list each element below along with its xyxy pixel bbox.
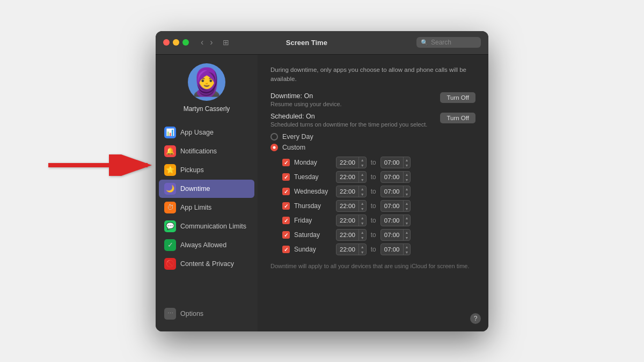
search-icon: 🔍 — [421, 39, 428, 46]
downtime-sublabel: Resume using your device. — [270, 101, 342, 107]
sidebar: 🧕 Martyn Casserly 📊 App Usage 🔔 Notifica… — [156, 55, 258, 331]
saturday-start-up[interactable]: ▲ — [359, 230, 366, 235]
sidebar-item-notifications[interactable]: 🔔 Notifications — [159, 142, 254, 160]
wednesday-start-input[interactable]: 22:00 ▲ ▼ — [336, 186, 367, 197]
thursday-end-input[interactable]: 07:00 ▲ ▼ — [380, 200, 411, 212]
friday-start-value: 22:00 — [336, 217, 358, 224]
friday-end-input[interactable]: 07:00 ▲ ▼ — [380, 215, 411, 226]
saturday-end-up[interactable]: ▲ — [404, 230, 411, 235]
sunday-start-input[interactable]: 22:00 ▲ ▼ — [336, 243, 367, 255]
saturday-checkbox[interactable] — [282, 231, 290, 239]
wednesday-start-up[interactable]: ▲ — [359, 186, 366, 191]
sidebar-options: ⋯ Options — [156, 305, 258, 323]
tuesday-end-input[interactable]: 07:00 ▲ ▼ — [380, 171, 411, 183]
sunday-start-arrows: ▲ ▼ — [358, 244, 366, 255]
scheduled-turn-off-button[interactable]: Turn Off — [440, 113, 475, 123]
wednesday-checkbox[interactable] — [282, 188, 290, 195]
minimize-button[interactable] — [173, 39, 179, 46]
friday-end-arrows: ▲ ▼ — [403, 215, 411, 226]
search-input[interactable] — [431, 39, 479, 46]
avatar-emoji: 🧕 — [190, 69, 223, 95]
friday-start-arrows: ▲ ▼ — [358, 215, 366, 226]
monday-end-down[interactable]: ▼ — [404, 162, 411, 168]
tuesday-start-down[interactable]: ▼ — [359, 177, 366, 182]
tuesday-start-input[interactable]: 22:00 ▲ ▼ — [336, 171, 367, 183]
sidebar-item-communication-limits[interactable]: 💬 Communication Limits — [159, 217, 254, 235]
always-allowed-icon: ✓ — [164, 239, 176, 251]
sunday-start-down[interactable]: ▼ — [359, 249, 366, 255]
sidebar-item-content-privacy[interactable]: 🚫 Content & Privacy — [159, 255, 254, 273]
day-rows: Monday 22:00 ▲ ▼ to 07:00 ▲ — [282, 157, 475, 255]
sidebar-item-app-limits[interactable]: ⏱ App Limits — [159, 198, 254, 217]
thursday-checkbox[interactable] — [282, 202, 290, 210]
sidebar-item-app-usage[interactable]: 📊 App Usage — [159, 123, 254, 142]
wednesday-label: Wednesday — [294, 188, 332, 195]
every-day-option[interactable]: Every Day — [270, 133, 475, 141]
tuesday-start-up[interactable]: ▲ — [359, 172, 366, 177]
options-item[interactable]: ⋯ Options — [159, 305, 254, 323]
saturday-start-down[interactable]: ▼ — [359, 235, 366, 240]
monday-start-up[interactable]: ▲ — [359, 157, 366, 162]
help-button[interactable]: ? — [470, 313, 481, 324]
sunday-start-up[interactable]: ▲ — [359, 244, 366, 249]
wednesday-end-arrows: ▲ ▼ — [403, 186, 411, 197]
monday-label: Monday — [294, 159, 332, 166]
table-row: Sunday 22:00 ▲ ▼ to 07:00 ▲ — [282, 243, 475, 255]
description-text: During downtime, only apps you choose to… — [270, 65, 475, 84]
search-box[interactable]: 🔍 — [416, 37, 481, 48]
friday-checkbox[interactable] — [282, 217, 290, 224]
wednesday-start-arrows: ▲ ▼ — [358, 186, 366, 197]
maximize-button[interactable] — [182, 39, 189, 46]
friday-end-up[interactable]: ▲ — [404, 215, 411, 220]
monday-end-up[interactable]: ▲ — [404, 157, 411, 162]
wednesday-start-down[interactable]: ▼ — [359, 191, 366, 197]
traffic-lights — [163, 39, 189, 46]
saturday-end-input[interactable]: 07:00 ▲ ▼ — [380, 229, 411, 241]
sunday-checkbox[interactable] — [282, 246, 290, 253]
sidebar-item-label: Downtime — [180, 185, 210, 193]
sunday-label: Sunday — [294, 246, 332, 253]
sunday-end-up[interactable]: ▲ — [404, 244, 411, 249]
sidebar-item-label: Always Allowed — [180, 241, 226, 249]
tuesday-end-up[interactable]: ▲ — [404, 172, 411, 177]
friday-start-input[interactable]: 22:00 ▲ ▼ — [336, 215, 367, 226]
friday-end-value: 07:00 — [381, 217, 403, 224]
tuesday-checkbox[interactable] — [282, 173, 290, 181]
tuesday-start-arrows: ▲ ▼ — [358, 172, 366, 182]
thursday-start-up[interactable]: ▲ — [359, 201, 366, 206]
to-label: to — [371, 217, 376, 224]
custom-option[interactable]: Custom — [270, 144, 475, 151]
friday-start-down[interactable]: ▼ — [359, 220, 366, 226]
thursday-end-down[interactable]: ▼ — [404, 206, 411, 211]
sunday-end-input[interactable]: 07:00 ▲ ▼ — [380, 243, 411, 255]
user-profile: 🧕 Martyn Casserly — [156, 63, 258, 113]
sidebar-item-always-allowed[interactable]: ✓ Always Allowed — [159, 236, 254, 254]
monday-checkbox[interactable] — [282, 159, 290, 166]
thursday-start-down[interactable]: ▼ — [359, 206, 366, 211]
tuesday-end-down[interactable]: ▼ — [404, 177, 411, 182]
every-day-radio[interactable] — [270, 133, 278, 141]
friday-label: Friday — [294, 217, 332, 224]
wednesday-end-up[interactable]: ▲ — [404, 186, 411, 191]
wednesday-end-down[interactable]: ▼ — [404, 191, 411, 197]
sidebar-item-label: App Limits — [180, 204, 211, 211]
saturday-start-input[interactable]: 22:00 ▲ ▼ — [336, 229, 367, 241]
monday-start-input[interactable]: 22:00 ▲ ▼ — [336, 157, 367, 168]
wednesday-end-input[interactable]: 07:00 ▲ ▼ — [380, 186, 411, 197]
saturday-end-down[interactable]: ▼ — [404, 235, 411, 240]
sunday-end-down[interactable]: ▼ — [404, 249, 411, 255]
friday-end-down[interactable]: ▼ — [404, 220, 411, 226]
custom-radio[interactable] — [270, 144, 278, 151]
detail-panel: During downtime, only apps you choose to… — [258, 55, 488, 331]
monday-start-down[interactable]: ▼ — [359, 162, 366, 168]
thursday-end-up[interactable]: ▲ — [404, 201, 411, 206]
close-button[interactable] — [163, 39, 170, 46]
sidebar-item-pickups[interactable]: ⭐ Pickups — [159, 161, 254, 179]
monday-end-input[interactable]: 07:00 ▲ ▼ — [380, 157, 411, 168]
sidebar-item-downtime[interactable]: 🌙 Downtime — [159, 180, 254, 198]
wednesday-end-value: 07:00 — [381, 188, 403, 195]
friday-start-up[interactable]: ▲ — [359, 215, 366, 220]
to-label: to — [371, 246, 376, 253]
downtime-turn-off-button[interactable]: Turn Off — [440, 92, 475, 103]
thursday-start-input[interactable]: 22:00 ▲ ▼ — [336, 200, 367, 212]
